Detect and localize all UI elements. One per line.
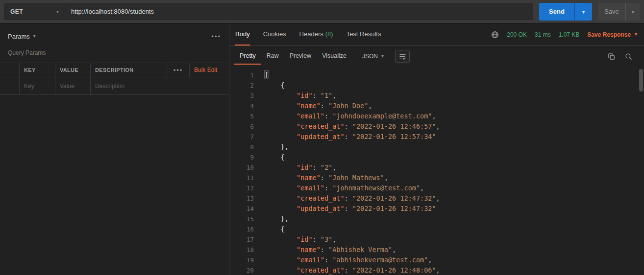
tab-body[interactable]: Body xyxy=(235,23,250,46)
response-body-editor[interactable]: 1[2 {3 "id": "1",4 "name": "John Doe",5 … xyxy=(229,67,644,275)
code-line: 16 { xyxy=(229,224,644,234)
network-globe-icon[interactable] xyxy=(491,31,499,39)
response-size: 1.07 KB xyxy=(559,31,580,38)
code-line-content: { xyxy=(265,80,285,91)
response-panel: Body Cookies Headers (8) Test Results xyxy=(229,23,644,275)
line-number: 5 xyxy=(229,111,254,121)
copy-icon[interactable] xyxy=(608,53,615,60)
query-params-label: Query Params xyxy=(0,46,229,60)
line-number: 14 xyxy=(229,204,254,214)
params-dropdown[interactable]: Params ▾ xyxy=(8,33,36,40)
line-number: 15 xyxy=(229,214,254,224)
response-tabs-bar: Body Cookies Headers (8) Test Results xyxy=(229,23,644,46)
code-line: 19 "email": "abhishekverma@test.com", xyxy=(229,255,644,265)
view-preview-button[interactable]: Preview xyxy=(284,48,317,65)
vertical-scrollbar[interactable] xyxy=(639,69,643,92)
params-more-options-icon[interactable]: ••• xyxy=(211,33,221,40)
code-line: 12 "email": "johnmathews@test.com", xyxy=(229,183,644,193)
code-line: 1[ xyxy=(229,70,644,80)
line-number: 1 xyxy=(229,70,254,80)
code-line-content: "created_at": "2022-01-26 12:47:32", xyxy=(265,193,440,204)
line-number: 8 xyxy=(229,142,254,152)
code-line-content: { xyxy=(265,224,285,234)
code-line: 5 "email": "johndoeexample@test.com", xyxy=(229,111,644,121)
line-number: 2 xyxy=(229,80,254,91)
method-dropdown[interactable]: GET ▾ xyxy=(4,4,65,20)
params-panel: Params ▾ ••• Query Params KEY VALUE DESC… xyxy=(0,23,229,275)
value-input[interactable] xyxy=(60,83,86,90)
code-line: 2 { xyxy=(229,80,644,91)
line-number: 4 xyxy=(229,101,254,111)
send-options-button[interactable]: ▾ xyxy=(574,3,592,21)
code-line-content: { xyxy=(265,152,285,162)
code-line-content: "name": "John Doe", xyxy=(265,101,372,111)
tab-headers[interactable]: Headers (8) xyxy=(299,23,333,46)
tab-cookies-label: Cookies xyxy=(263,30,286,38)
response-time: 31 ms xyxy=(535,31,551,38)
table-row xyxy=(0,77,229,95)
response-status-bar: 200 OK 31 ms 1.07 KB Save Response ▼ xyxy=(491,23,638,46)
code-line: 3 "id": "1", xyxy=(229,91,644,101)
save-response-button[interactable]: Save Response ▼ xyxy=(587,31,638,38)
view-visualize-button[interactable]: Visualize xyxy=(317,48,352,65)
code-line-content: "created_at": "2022-01-26 12:46:57", xyxy=(265,121,440,132)
line-number: 18 xyxy=(229,245,254,255)
description-column-header: DESCRIPTION xyxy=(95,67,133,73)
tab-cookies[interactable]: Cookies xyxy=(263,23,286,46)
tab-body-label: Body xyxy=(235,30,250,38)
view-pretty-button[interactable]: Pretty xyxy=(234,48,261,65)
code-line: 18 "name": "Abhishek Verma", xyxy=(229,245,644,255)
code-line: 14 "updated_at": "2022-01-26 12:47:32" xyxy=(229,204,644,214)
chevron-down-icon: ▾ xyxy=(632,9,634,15)
table-header-row: KEY VALUE DESCRIPTION ••• Bulk Edit xyxy=(0,63,229,77)
params-panel-header: Params ▾ ••• xyxy=(0,26,229,46)
content-split: Params ▾ ••• Query Params KEY VALUE DESC… xyxy=(0,23,644,275)
search-icon[interactable] xyxy=(625,53,632,60)
line-number: 16 xyxy=(229,224,254,234)
line-number: 19 xyxy=(229,255,254,265)
format-dropdown[interactable]: JSON ▾ xyxy=(358,50,388,62)
method-label: GET xyxy=(10,8,23,15)
line-number: 7 xyxy=(229,132,254,142)
line-number: 9 xyxy=(229,152,254,162)
code-line: 11 "name": "John Mathews", xyxy=(229,173,644,183)
line-number: 12 xyxy=(229,183,254,193)
code-line: 8 }, xyxy=(229,142,644,152)
url-input[interactable] xyxy=(65,4,533,20)
params-table-more-icon[interactable]: ••• xyxy=(173,67,183,73)
description-input[interactable] xyxy=(95,83,224,90)
toolbar-right-icons xyxy=(608,53,639,60)
line-number: 13 xyxy=(229,193,254,204)
line-number: 17 xyxy=(229,234,254,245)
code-line-content: "id": "2", xyxy=(265,162,336,173)
checkbox-column-header xyxy=(0,63,20,77)
code-line: 13 "created_at": "2022-01-26 12:47:32", xyxy=(229,193,644,204)
line-number: 20 xyxy=(229,265,254,275)
tab-headers-label: Headers xyxy=(299,30,323,38)
send-button-group: Send ▾ xyxy=(539,3,592,21)
code-line: 9 { xyxy=(229,152,644,162)
status-code: 200 OK xyxy=(507,31,527,38)
code-line: 6 "created_at": "2022-01-26 12:46:57", xyxy=(229,121,644,132)
code-lines: 1[2 {3 "id": "1",4 "name": "John Doe",5 … xyxy=(229,70,644,275)
send-button[interactable]: Send xyxy=(539,3,574,21)
code-line-content: "updated_at": "2022-01-26 12:47:32" xyxy=(265,204,436,214)
code-line-content: "updated_at": "2022-01-26 12:57:34" xyxy=(265,132,436,142)
save-button-group: Save ▾ xyxy=(598,3,640,21)
chevron-down-icon: ▾ xyxy=(56,9,59,14)
line-number: 3 xyxy=(229,91,254,101)
format-label: JSON xyxy=(362,53,378,60)
wrap-text-button[interactable] xyxy=(395,50,410,63)
code-line-content: "name": "John Mathews", xyxy=(265,173,388,183)
key-input[interactable] xyxy=(24,83,50,90)
tab-test-results[interactable]: Test Results xyxy=(347,23,381,46)
code-line-content: "id": "3", xyxy=(265,234,336,245)
save-button[interactable]: Save xyxy=(598,3,625,21)
bulk-edit-button[interactable]: Bulk Edit xyxy=(194,67,217,73)
save-options-button[interactable]: ▾ xyxy=(625,3,640,21)
code-line-content: "created_at": "2022-01-26 12:48:06", xyxy=(265,265,440,275)
view-raw-button[interactable]: Raw xyxy=(261,48,284,65)
chevron-down-icon: ▾ xyxy=(582,9,585,15)
code-line-content: "email": "abhishekverma@test.com", xyxy=(265,255,432,265)
code-line-content: [ xyxy=(265,70,269,80)
